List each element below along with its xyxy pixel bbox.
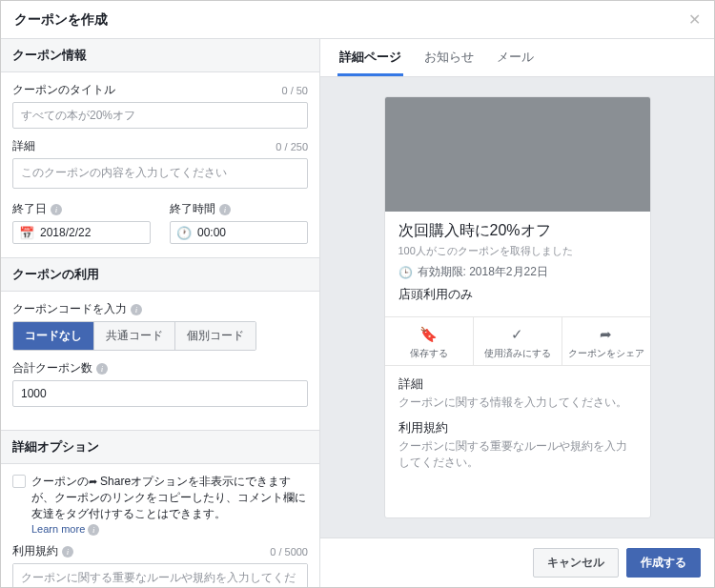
create-coupon-dialog: クーポンを作成 ✕ クーポン情報 クーポンのタイトル 0 / 50 詳細 0 /… — [0, 0, 715, 588]
coupon-card: 次回購入時に20%オフ 100人がこのクーポンを取得しました 🕒有効期限: 20… — [384, 96, 651, 518]
section-coupon-info: クーポン情報 — [1, 39, 319, 72]
save-action[interactable]: 🔖保存する — [385, 317, 473, 365]
close-icon[interactable]: ✕ — [688, 10, 701, 29]
terms-counter: 0 / 5000 — [270, 546, 308, 558]
coupon-image-placeholder — [385, 97, 650, 212]
form-panel: クーポン情報 クーポンのタイトル 0 / 50 詳細 0 / 250 — [1, 39, 320, 587]
total-input[interactable] — [12, 380, 308, 407]
coupon-claimed: 100人がこのクーポンを取得しました — [398, 244, 637, 258]
dialog-header: クーポンを作成 ✕ — [1, 1, 714, 39]
cancel-button[interactable]: キャンセル — [533, 548, 619, 578]
used-action[interactable]: ✓使用済みにする — [473, 317, 562, 365]
share-icon: ➦ — [89, 476, 100, 487]
check-icon: ✓ — [478, 325, 558, 344]
hide-share-checkbox[interactable] — [12, 475, 26, 488]
section-advanced: 詳細オプション — [1, 430, 319, 464]
tab-detail[interactable]: 詳細ページ — [337, 39, 403, 76]
share-action[interactable]: ➦クーポンをシェア — [562, 317, 650, 365]
dialog-title: クーポンを作成 — [14, 11, 108, 29]
preview-detail-head: 詳細 — [398, 375, 637, 393]
info-icon[interactable]: i — [219, 204, 231, 215]
coupon-store-only: 店頭利用のみ — [398, 286, 637, 303]
preview-panel: 詳細ページ お知らせ メール 次回購入時に20%オフ 100人がこのクーポンを取… — [320, 39, 714, 587]
tab-mail[interactable]: メール — [495, 39, 536, 76]
title-label: クーポンのタイトル — [12, 82, 115, 98]
hide-share-text: クーポンの➦ Shareオプションを非表示にできますが、クーポンのリンクをコピー… — [31, 474, 308, 537]
title-counter: 0 / 50 — [281, 85, 308, 96]
details-input[interactable] — [12, 158, 308, 189]
terms-label: 利用規約 — [12, 543, 58, 559]
bookmark-icon: 🔖 — [389, 325, 469, 344]
code-none-tab[interactable]: コードなし — [13, 322, 94, 350]
terms-input[interactable] — [12, 563, 308, 587]
info-icon[interactable]: i — [96, 363, 108, 375]
coupon-actions: 🔖保存する ✓使用済みにする ➦クーポンをシェア — [385, 316, 650, 366]
end-time-value: 00:00 — [197, 226, 301, 239]
details-counter: 0 / 250 — [276, 141, 308, 152]
dialog-body: クーポン情報 クーポンのタイトル 0 / 50 詳細 0 / 250 — [1, 39, 714, 587]
info-icon: i — [88, 524, 99, 536]
section-coupon-usage: クーポンの利用 — [1, 257, 319, 292]
details-label: 詳細 — [12, 138, 35, 154]
preview-detail-text: クーポンに関する情報を入力してください。 — [398, 395, 637, 411]
end-date-input[interactable]: 📅 2018/2/22 — [12, 221, 151, 244]
info-icon[interactable]: i — [62, 546, 73, 558]
title-input[interactable] — [12, 102, 308, 129]
create-button[interactable]: 作成する — [626, 548, 701, 578]
tab-notice[interactable]: お知らせ — [422, 39, 476, 76]
preview-terms-head: 利用規約 — [398, 419, 637, 436]
clock-icon: 🕒 — [398, 266, 413, 279]
coupon-valid: 有効期限: 2018年2月22日 — [418, 264, 548, 280]
end-date-value: 2018/2/22 — [40, 226, 144, 239]
code-type-segmented: コードなし 共通コード 個別コード — [12, 321, 256, 351]
info-icon[interactable]: i — [51, 204, 62, 215]
total-label: 合計クーポン数 — [12, 360, 92, 376]
preview-tabs: 詳細ページ お知らせ メール — [320, 39, 714, 77]
coupon-title: 次回購入時に20%オフ — [398, 221, 637, 241]
info-icon[interactable]: i — [131, 304, 142, 315]
end-date-label: 終了日 — [12, 201, 47, 217]
share-icon: ➦ — [566, 325, 646, 344]
end-time-label: 終了時間 — [170, 201, 215, 217]
code-label: クーポンコードを入力 — [12, 301, 127, 317]
code-individual-tab[interactable]: 個別コード — [175, 322, 255, 350]
clock-icon: 🕐 — [176, 227, 192, 239]
learn-more-link[interactable]: Learn more i — [31, 523, 99, 535]
calendar-icon: 📅 — [19, 227, 34, 239]
code-common-tab[interactable]: 共通コード — [94, 322, 175, 350]
preview-area: 次回購入時に20%オフ 100人がこのクーポンを取得しました 🕒有効期限: 20… — [320, 77, 714, 537]
dialog-footer: キャンセル 作成する — [320, 537, 714, 587]
preview-terms-text: クーポンに関する重要なルールや規約を入力してください。 — [398, 438, 637, 471]
end-time-input[interactable]: 🕐 00:00 — [170, 221, 308, 244]
